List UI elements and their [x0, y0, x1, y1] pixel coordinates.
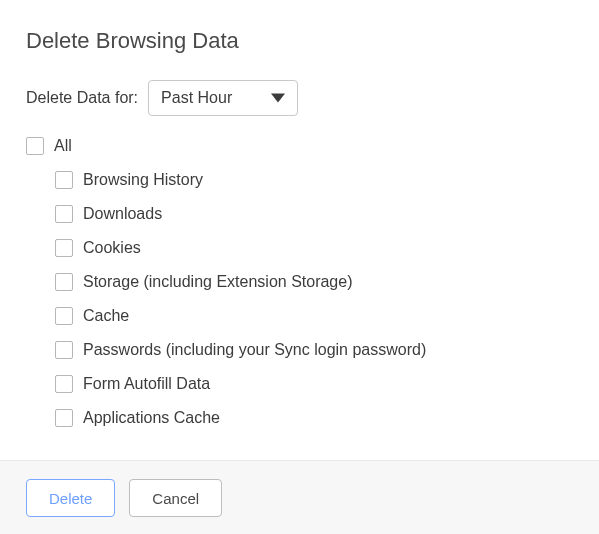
checkbox-row-form-autofill: Form Autofill Data	[55, 372, 573, 396]
data-type-list: Browsing History Downloads Cookies Stora…	[55, 168, 573, 430]
checkbox-all-label: All	[54, 134, 72, 158]
checkbox-all[interactable]	[26, 137, 44, 155]
checkbox-row-storage: Storage (including Extension Storage)	[55, 270, 573, 294]
checkbox-downloads[interactable]	[55, 205, 73, 223]
delete-browsing-data-dialog: Delete Browsing Data Delete Data for: Pa…	[0, 0, 599, 534]
checkbox-label: Form Autofill Data	[83, 372, 210, 396]
checkbox-label: Storage (including Extension Storage)	[83, 270, 353, 294]
dialog-content: Delete Browsing Data Delete Data for: Pa…	[0, 0, 599, 460]
checkbox-app-cache[interactable]	[55, 409, 73, 427]
time-range-row: Delete Data for: Past Hour	[26, 80, 573, 116]
checkbox-storage[interactable]	[55, 273, 73, 291]
checkbox-row-downloads: Downloads	[55, 202, 573, 226]
checkbox-row-browsing-history: Browsing History	[55, 168, 573, 192]
chevron-down-icon	[271, 94, 285, 103]
checkbox-cookies[interactable]	[55, 239, 73, 257]
checkbox-label: Downloads	[83, 202, 162, 226]
checkbox-form-autofill[interactable]	[55, 375, 73, 393]
checkbox-label: Browsing History	[83, 168, 203, 192]
cancel-button[interactable]: Cancel	[129, 479, 222, 517]
dialog-footer: Delete Cancel	[0, 460, 599, 534]
checkbox-label: Cookies	[83, 236, 141, 260]
checkbox-label: Passwords (including your Sync login pas…	[83, 338, 426, 362]
checkbox-row-passwords: Passwords (including your Sync login pas…	[55, 338, 573, 362]
checkbox-passwords[interactable]	[55, 341, 73, 359]
checkbox-label: Applications Cache	[83, 406, 220, 430]
checkbox-cache[interactable]	[55, 307, 73, 325]
checkbox-browsing-history[interactable]	[55, 171, 73, 189]
time-range-select[interactable]: Past Hour	[148, 80, 298, 116]
checkbox-row-cookies: Cookies	[55, 236, 573, 260]
checkbox-row-app-cache: Applications Cache	[55, 406, 573, 430]
checkbox-row-all: All	[26, 134, 573, 158]
checkbox-label: Cache	[83, 304, 129, 328]
time-range-label: Delete Data for:	[26, 89, 138, 107]
time-range-selected: Past Hour	[161, 89, 232, 107]
dialog-title: Delete Browsing Data	[26, 28, 573, 54]
delete-button[interactable]: Delete	[26, 479, 115, 517]
checkbox-row-cache: Cache	[55, 304, 573, 328]
